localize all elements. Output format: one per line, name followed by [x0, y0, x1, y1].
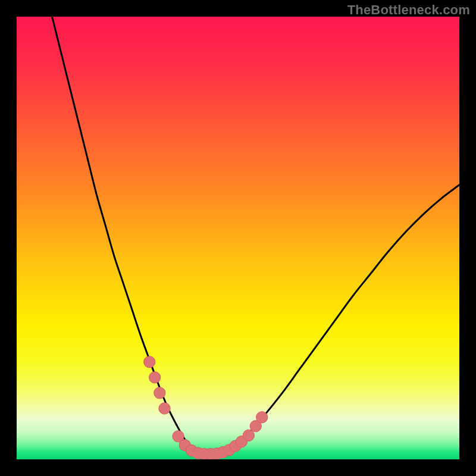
chart-frame: TheBottleneck.com [0, 0, 476, 476]
plot-area [17, 17, 459, 459]
svg-rect-0 [17, 17, 459, 459]
attribution-label: TheBottleneck.com [347, 2, 470, 18]
gradient-background [17, 17, 459, 459]
